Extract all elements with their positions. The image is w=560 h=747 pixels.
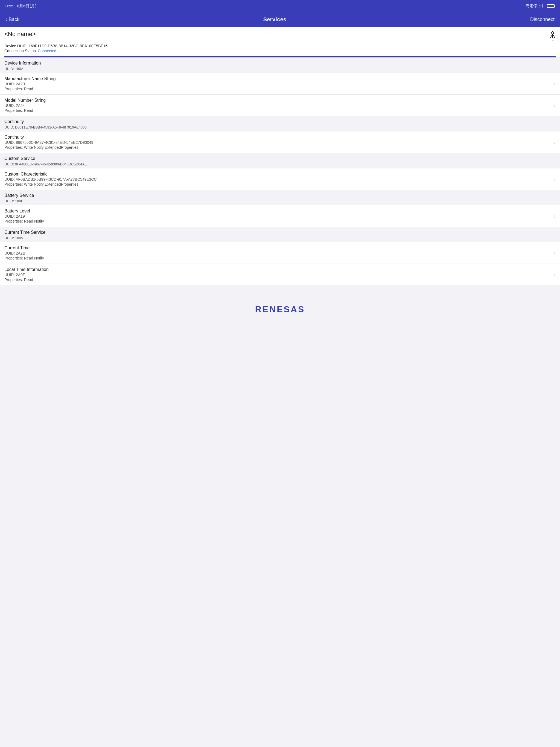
svg-point-3	[552, 32, 554, 34]
chevron-right-icon: ›	[554, 250, 556, 256]
section-header-0: Device Information	[0, 57, 560, 67]
connection-status-value: Connected	[38, 49, 56, 53]
status-right: 充電停止中	[526, 4, 555, 8]
status-time-date: 0:55 6月6日(月)	[5, 4, 36, 9]
antenna-dots: ···	[551, 39, 555, 42]
characteristic-uuid: UUID: 8667556C-9A37-4C91-84ED-54EE27D900…	[4, 140, 554, 145]
table-row[interactable]: Local Time InformationUUID: 2A0FProperti…	[0, 264, 560, 285]
characteristic-uuid: UUID: AF0BADB1-5B99-43CD-917A-A77BC549E3…	[4, 177, 554, 182]
section-header-3: Battery Service	[0, 190, 560, 199]
characteristic-properties: Properties: Read Notify	[4, 219, 554, 223]
service-group-2: Custom CharecteristicUUID: AF0BADB1-5B99…	[0, 169, 560, 190]
antenna-icon: ···	[550, 31, 556, 42]
nav-title: Services	[263, 17, 286, 23]
characteristic-name: Manufacturer Name String	[4, 76, 554, 81]
section-uuid-3: UUID: 180F	[0, 199, 560, 205]
chevron-right-icon: ›	[554, 213, 556, 219]
characteristic-name: Continuity	[4, 135, 554, 140]
section-header-1: Continuity	[0, 116, 560, 125]
status-time: 0:55	[5, 4, 14, 8]
connection-status-label: Connection Status:	[4, 49, 36, 53]
table-row[interactable]: ContinuityUUID: 8667556C-9A37-4C91-84ED-…	[0, 131, 560, 153]
status-bar: 0:55 6月6日(月) 充電停止中	[0, 0, 560, 12]
service-group-3: Battery LevelUUID: 2A19Properties: Read …	[0, 205, 560, 227]
bottom-logo: RENESAS	[0, 296, 560, 320]
section-uuid-1: UUID: D0611E78-BBB4-4591-A5F8-487910AE43…	[0, 125, 560, 131]
disconnect-button[interactable]: Disconnect	[530, 17, 555, 22]
characteristic-name: Model Number String	[4, 98, 554, 103]
char-content-4-1: Local Time InformationUUID: 2A0FProperti…	[4, 267, 554, 282]
connection-status: Connection Status: Connected	[4, 49, 556, 56]
table-row[interactable]: Model Number StringUUID: 2A24Properties:…	[0, 95, 560, 116]
back-chevron-icon: ‹	[5, 17, 7, 22]
nav-bar: ‹ Back Services Disconnect	[0, 12, 560, 27]
section-uuid-4: UUID: 1805	[0, 236, 560, 242]
characteristic-properties: Properties: Write Notify ExtendedPropert…	[4, 182, 554, 186]
characteristic-properties: Properties: Read	[4, 87, 554, 91]
characteristic-properties: Properties: Read Notify	[4, 256, 554, 260]
section-header-2: Custom Service	[0, 153, 560, 162]
section-uuid-2: UUID: 9FA480E0-4967-4542-9390-D343DC5D04…	[0, 162, 560, 169]
section-header-4: Current Time Service	[0, 227, 560, 236]
service-group-1: ContinuityUUID: 8667556C-9A37-4C91-84ED-…	[0, 131, 560, 153]
battery-rect	[547, 4, 555, 8]
char-content-3-0: Battery LevelUUID: 2A19Properties: Read …	[4, 209, 554, 223]
char-content-1-0: ContinuityUUID: 8667556C-9A37-4C91-84ED-…	[4, 135, 554, 150]
chevron-right-icon: ›	[554, 102, 556, 108]
battery-icon	[547, 4, 555, 8]
chevron-right-icon: ›	[554, 139, 556, 146]
status-date: 6月6日(月)	[17, 4, 36, 8]
characteristic-uuid: UUID: 2A29	[4, 82, 554, 86]
chevron-right-icon: ›	[554, 81, 556, 87]
device-header-top: <No name> ···	[4, 31, 556, 42]
table-row[interactable]: Custom CharecteristicUUID: AF0BADB1-5B99…	[0, 169, 560, 190]
char-content-4-0: Current TimeUUID: 2A2BProperties: Read N…	[4, 246, 554, 260]
svg-line-1	[550, 34, 553, 38]
service-group-0: Manufacturer Name StringUUID: 2A29Proper…	[0, 73, 560, 116]
services-container: Device InformationUUID: 180AManufacturer…	[0, 57, 560, 285]
characteristic-name: Custom Charecteristic	[4, 172, 554, 177]
back-label: Back	[8, 17, 19, 22]
section-uuid-0: UUID: 180A	[0, 67, 560, 73]
characteristic-properties: Properties: Read	[4, 108, 554, 113]
table-row[interactable]: Current TimeUUID: 2A2BProperties: Read N…	[0, 242, 560, 264]
characteristic-name: Local Time Information	[4, 267, 554, 272]
table-row[interactable]: Manufacturer Name StringUUID: 2A29Proper…	[0, 73, 560, 95]
char-content-0-1: Model Number StringUUID: 2A24Properties:…	[4, 98, 554, 113]
svg-line-2	[553, 34, 555, 38]
characteristic-uuid: UUID: 2A2B	[4, 251, 554, 255]
characteristic-uuid: UUID: 2A19	[4, 214, 554, 218]
char-content-0-0: Manufacturer Name StringUUID: 2A29Proper…	[4, 76, 554, 91]
char-content-2-0: Custom CharecteristicUUID: AF0BADB1-5B99…	[4, 172, 554, 186]
device-name: <No name>	[4, 31, 36, 38]
renesas-logo-text: RENESAS	[0, 304, 560, 314]
chevron-right-icon: ›	[554, 272, 556, 278]
characteristic-uuid: UUID: 2A0F	[4, 273, 554, 277]
table-row[interactable]: Battery LevelUUID: 2A19Properties: Read …	[0, 205, 560, 227]
back-button[interactable]: ‹ Back	[5, 17, 19, 22]
characteristic-properties: Properties: Write Notify ExtendedPropert…	[4, 145, 554, 150]
device-uuid: Device UUID: 169F11D9-D6B8-8B14-32BC-8EA…	[4, 44, 556, 48]
service-group-4: Current TimeUUID: 2A2BProperties: Read N…	[0, 242, 560, 285]
characteristic-name: Current Time	[4, 246, 554, 251]
charging-status: 充電停止中	[526, 4, 545, 8]
characteristic-uuid: UUID: 2A24	[4, 103, 554, 108]
device-header: <No name> ··· Device UUID: 169F11D9-D6B8…	[0, 27, 560, 57]
characteristic-name: Battery Level	[4, 209, 554, 213]
characteristic-properties: Properties: Read	[4, 278, 554, 282]
chevron-right-icon: ›	[554, 176, 556, 182]
